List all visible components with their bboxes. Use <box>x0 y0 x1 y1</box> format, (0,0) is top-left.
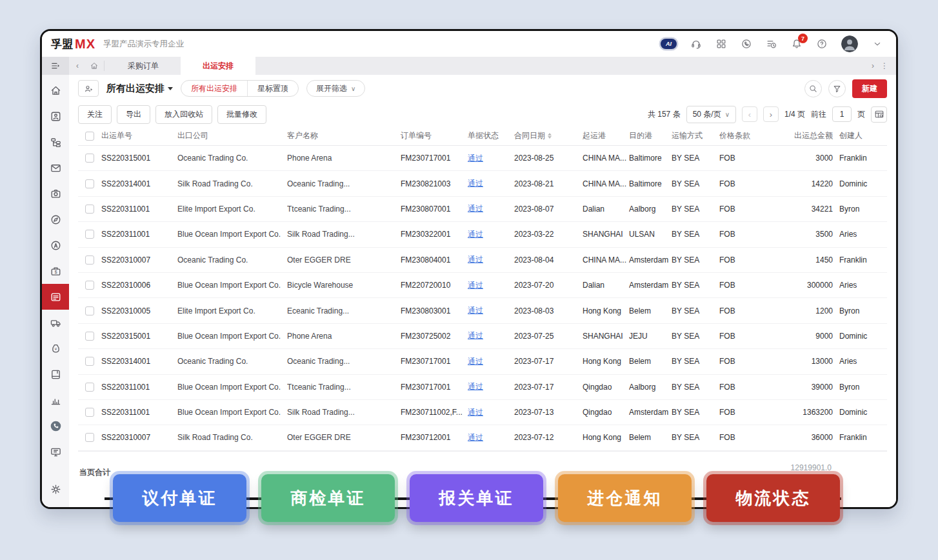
help-icon[interactable] <box>816 38 828 50</box>
table-row[interactable]: SS220314001Silk Road Trading Co.Oceanic … <box>78 171 887 196</box>
sidebar-item-report-chart-icon[interactable] <box>42 387 69 413</box>
sidebar-item-products-icon[interactable] <box>42 181 69 206</box>
home-tab-icon[interactable] <box>86 57 103 75</box>
page-size-select[interactable]: 50 条/页 ∨ <box>686 106 736 123</box>
status-link[interactable]: 通过 <box>468 330 483 341</box>
task-list-icon[interactable] <box>766 38 777 50</box>
table-row[interactable]: SS220315001Oceanic Trading Co.Phone Aren… <box>78 146 887 171</box>
view-title-dropdown[interactable]: 所有出运安排 <box>106 83 173 95</box>
status-link[interactable]: 通过 <box>468 407 483 418</box>
status-link[interactable]: 通过 <box>468 153 483 164</box>
expand-filter-button[interactable]: 展开筛选 ∨ <box>306 80 365 97</box>
column-header[interactable]: 单据状态 <box>468 130 514 141</box>
user-filter-icon[interactable] <box>78 80 99 97</box>
sort-icon[interactable] <box>548 133 552 139</box>
table-config-icon[interactable] <box>871 106 887 123</box>
row-checkbox[interactable] <box>78 332 101 341</box>
row-checkbox[interactable] <box>78 306 101 315</box>
toolbar-button-关注[interactable]: 关注 <box>78 105 112 124</box>
column-header[interactable]: 订单编号 <box>401 130 468 141</box>
tabs-more-icon[interactable]: ⋮ <box>881 61 888 70</box>
row-checkbox[interactable] <box>78 230 101 239</box>
create-button[interactable]: 新建 <box>852 79 887 98</box>
column-header[interactable]: 运输方式 <box>672 130 719 141</box>
status-link[interactable]: 通过 <box>468 356 483 367</box>
toolbar-button-放入回收站[interactable]: 放入回收站 <box>155 105 212 124</box>
sidebar-item-org-structure-icon[interactable] <box>42 129 69 155</box>
row-checkbox[interactable] <box>78 383 101 392</box>
goto-page-input[interactable] <box>832 106 852 122</box>
collapse-menu-icon[interactable] <box>42 57 69 75</box>
table-row[interactable]: SS220310006Blue Ocean Import Export Co.B… <box>78 273 887 298</box>
sidebar-item-logistics-truck-icon[interactable] <box>42 310 69 335</box>
tab-出运安排[interactable]: 出运安排 <box>181 57 255 75</box>
status-link[interactable]: 通过 <box>468 178 483 189</box>
status-link[interactable]: 通过 <box>468 381 483 392</box>
select-all-checkbox[interactable] <box>78 132 101 141</box>
notifications-bell-icon[interactable]: 7 <box>791 38 803 50</box>
status-link[interactable]: 通过 <box>468 432 483 443</box>
row-checkbox[interactable] <box>78 357 101 366</box>
column-header[interactable]: 价格条款 <box>719 130 762 141</box>
next-page-button[interactable]: › <box>763 106 779 122</box>
tab-采购订单[interactable]: 采购订单 <box>106 57 181 75</box>
column-header[interactable]: 合同日期 <box>514 130 583 141</box>
row-checkbox[interactable] <box>78 433 101 442</box>
flow-button-物流状态[interactable]: 物流状态 <box>706 474 840 522</box>
row-checkbox[interactable] <box>78 205 101 214</box>
chat-phone-icon[interactable] <box>741 38 752 50</box>
status-link[interactable]: 通过 <box>468 203 483 214</box>
table-row[interactable]: SS220310007Oceanic Trading Co.Oter EGGER… <box>78 248 887 273</box>
toolbar-button-批量修改[interactable]: 批量修改 <box>217 105 266 124</box>
sidebar-item-finance-case-icon[interactable]: $ <box>42 258 69 284</box>
table-row[interactable]: SS220311001Blue Ocean Import Export Co.S… <box>78 222 887 247</box>
sidebar-item-workbench-monitor-icon[interactable] <box>42 439 69 465</box>
filter-funnel-icon[interactable] <box>828 80 846 97</box>
table-row[interactable]: SS220314001Oceanic Trading Co.Oceanic Tr… <box>78 349 887 374</box>
column-header[interactable]: 出运单号 <box>101 130 177 141</box>
sidebar-item-mail-icon[interactable] <box>42 155 69 181</box>
row-checkbox[interactable] <box>78 255 101 265</box>
flow-button-议付单证[interactable]: 议付单证 <box>113 474 246 522</box>
flow-button-进仓通知[interactable]: 进仓通知 <box>558 474 692 522</box>
table-row[interactable]: SS220310005Elite Import Export Co.Eceani… <box>78 298 887 323</box>
chevron-down-icon[interactable] <box>872 38 883 50</box>
sidebar-item-contacts-icon[interactable] <box>42 103 69 129</box>
column-header[interactable]: 起运港 <box>583 130 629 141</box>
prev-page-button[interactable]: ‹ <box>742 106 757 122</box>
row-checkbox[interactable] <box>78 408 101 417</box>
filter-segment-星标置顶[interactable]: 星标置顶 <box>247 81 298 96</box>
table-row[interactable]: SS220311001Elite Import Export Co.Ttcean… <box>78 197 887 222</box>
status-link[interactable]: 通过 <box>468 305 483 316</box>
sidebar-item-shipping-doc-icon[interactable] <box>42 284 69 310</box>
toolbar-button-导出[interactable]: 导出 <box>117 105 150 124</box>
sidebar-item-settings-gear-icon[interactable] <box>42 476 69 502</box>
status-link[interactable]: 通过 <box>468 254 483 265</box>
apps-grid-icon[interactable] <box>715 38 727 50</box>
row-checkbox[interactable] <box>78 154 101 163</box>
table-row[interactable]: SS220310007Silk Road Trading Co.Oter EGG… <box>78 425 887 450</box>
back-icon[interactable]: ‹ <box>69 57 86 75</box>
row-checkbox[interactable] <box>78 281 101 290</box>
row-checkbox[interactable] <box>78 179 101 188</box>
search-icon[interactable] <box>804 80 822 97</box>
sidebar-item-assistant-a-icon[interactable] <box>42 232 69 258</box>
column-header[interactable]: 客户名称 <box>287 130 401 141</box>
table-row[interactable]: SS220311001Blue Ocean Import Export Co.S… <box>78 400 887 425</box>
headset-support-icon[interactable] <box>690 38 702 50</box>
column-header[interactable]: 出运总金额 <box>762 130 839 141</box>
sidebar-item-money-bag-icon[interactable]: ¥ <box>42 335 69 361</box>
status-link[interactable]: 通过 <box>468 280 483 291</box>
column-header[interactable]: 创建人 <box>839 130 886 141</box>
table-row[interactable]: SS220315001Blue Ocean Import Export Co.P… <box>78 324 887 349</box>
flow-button-商检单证[interactable]: 商检单证 <box>261 474 395 522</box>
sidebar-item-ledger-book-icon[interactable] <box>42 361 69 387</box>
avatar[interactable] <box>841 35 858 52</box>
status-link[interactable]: 通过 <box>468 229 483 240</box>
column-header[interactable]: 目的港 <box>629 130 672 141</box>
sidebar-item-compass-icon[interactable] <box>42 206 69 232</box>
sidebar-item-whatsapp-icon[interactable] <box>42 413 69 439</box>
column-header[interactable]: 出口公司 <box>177 130 287 141</box>
sidebar-item-home-icon[interactable] <box>42 77 69 103</box>
table-row[interactable]: SS220311001Blue Ocean Import Export Co.T… <box>78 375 887 400</box>
